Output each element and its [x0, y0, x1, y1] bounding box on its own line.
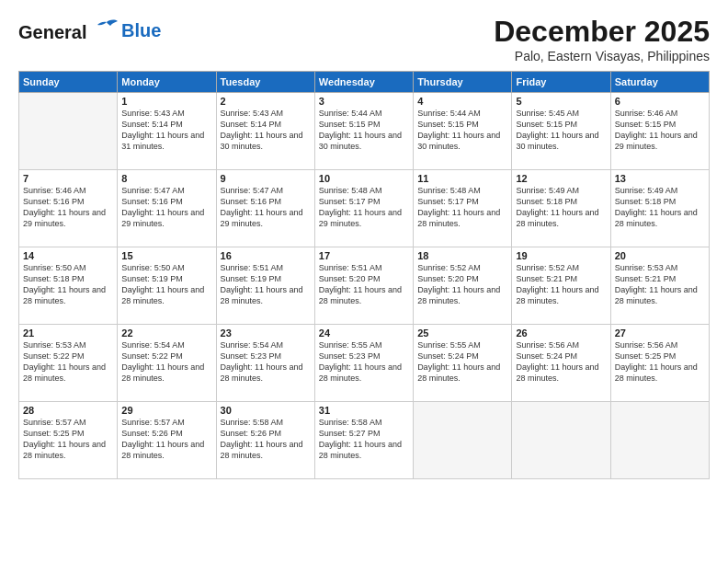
table-row: 25Sunrise: 5:55 AMSunset: 5:24 PMDayligh…: [414, 325, 512, 402]
table-row: 14Sunrise: 5:50 AMSunset: 5:18 PMDayligh…: [19, 247, 118, 325]
day-info: Sunrise: 5:44 AMSunset: 5:15 PMDaylight:…: [417, 108, 507, 153]
day-number: 23: [221, 327, 311, 339]
col-wednesday: Wednesday: [314, 72, 413, 93]
table-row: [414, 402, 512, 479]
header: General Blue December 2025 Palo, Eastern…: [18, 15, 710, 63]
table-row: 29Sunrise: 5:57 AMSunset: 5:26 PMDayligh…: [118, 402, 216, 479]
day-info: Sunrise: 5:44 AMSunset: 5:15 PMDaylight:…: [319, 108, 409, 153]
col-thursday: Thursday: [414, 72, 512, 93]
logo-blue: Blue: [121, 20, 161, 40]
table-row: 4Sunrise: 5:44 AMSunset: 5:15 PMDaylight…: [414, 93, 512, 170]
calendar-table: Sunday Monday Tuesday Wednesday Thursday…: [18, 71, 710, 479]
day-info: Sunrise: 5:49 AMSunset: 5:18 PMDaylight:…: [516, 185, 606, 230]
day-number: 2: [221, 96, 311, 107]
table-row: 7Sunrise: 5:46 AMSunset: 5:16 PMDaylight…: [19, 170, 118, 247]
col-monday: Monday: [118, 72, 216, 93]
col-sunday: Sunday: [19, 72, 118, 93]
col-tuesday: Tuesday: [216, 72, 314, 93]
day-number: 10: [319, 173, 409, 184]
col-friday: Friday: [512, 72, 610, 93]
day-info: Sunrise: 5:51 AMSunset: 5:19 PMDaylight:…: [221, 262, 311, 307]
table-row: 20Sunrise: 5:53 AMSunset: 5:21 PMDayligh…: [610, 247, 709, 325]
day-number: 11: [417, 173, 507, 184]
day-number: 1: [121, 96, 211, 107]
table-row: 26Sunrise: 5:56 AMSunset: 5:24 PMDayligh…: [512, 325, 610, 402]
table-row: 8Sunrise: 5:47 AMSunset: 5:16 PMDaylight…: [118, 170, 216, 247]
day-info: Sunrise: 5:55 AMSunset: 5:23 PMDaylight:…: [319, 339, 409, 385]
table-row: 6Sunrise: 5:46 AMSunset: 5:15 PMDaylight…: [610, 93, 709, 170]
table-row: 31Sunrise: 5:58 AMSunset: 5:27 PMDayligh…: [314, 402, 413, 479]
table-row: 24Sunrise: 5:55 AMSunset: 5:23 PMDayligh…: [314, 325, 413, 402]
day-number: 22: [121, 327, 211, 339]
table-row: 23Sunrise: 5:54 AMSunset: 5:23 PMDayligh…: [216, 325, 314, 402]
day-number: 6: [615, 96, 705, 107]
day-info: Sunrise: 5:56 AMSunset: 5:25 PMDaylight:…: [615, 339, 705, 385]
day-info: Sunrise: 5:43 AMSunset: 5:14 PMDaylight:…: [221, 108, 311, 153]
col-saturday: Saturday: [610, 72, 709, 93]
logo: General Blue: [18, 18, 161, 42]
day-info: Sunrise: 5:57 AMSunset: 5:26 PMDaylight:…: [121, 417, 211, 462]
day-number: 8: [121, 173, 211, 184]
day-number: 12: [516, 173, 606, 184]
table-row: 18Sunrise: 5:52 AMSunset: 5:20 PMDayligh…: [414, 247, 512, 325]
day-number: 19: [516, 250, 606, 261]
day-info: Sunrise: 5:53 AMSunset: 5:22 PMDaylight:…: [23, 339, 113, 385]
table-row: 2Sunrise: 5:43 AMSunset: 5:14 PMDaylight…: [216, 93, 314, 170]
day-info: Sunrise: 5:56 AMSunset: 5:24 PMDaylight:…: [516, 339, 606, 385]
day-info: Sunrise: 5:54 AMSunset: 5:22 PMDaylight:…: [121, 339, 211, 385]
day-info: Sunrise: 5:43 AMSunset: 5:14 PMDaylight:…: [121, 108, 211, 153]
table-row: [19, 93, 118, 170]
table-row: 9Sunrise: 5:47 AMSunset: 5:16 PMDaylight…: [216, 170, 314, 247]
day-info: Sunrise: 5:45 AMSunset: 5:15 PMDaylight:…: [516, 108, 606, 153]
table-row: 15Sunrise: 5:50 AMSunset: 5:19 PMDayligh…: [118, 247, 216, 325]
day-info: Sunrise: 5:53 AMSunset: 5:21 PMDaylight:…: [615, 262, 705, 307]
location: Palo, Eastern Visayas, Philippines: [494, 49, 710, 63]
table-row: [512, 402, 610, 479]
table-row: 28Sunrise: 5:57 AMSunset: 5:25 PMDayligh…: [19, 402, 118, 479]
day-info: Sunrise: 5:49 AMSunset: 5:18 PMDaylight:…: [615, 185, 705, 230]
calendar-week-row: 21Sunrise: 5:53 AMSunset: 5:22 PMDayligh…: [19, 325, 710, 402]
day-info: Sunrise: 5:58 AMSunset: 5:27 PMDaylight:…: [319, 417, 409, 462]
table-row: 17Sunrise: 5:51 AMSunset: 5:20 PMDayligh…: [314, 247, 413, 325]
day-number: 15: [121, 250, 211, 261]
day-number: 4: [417, 96, 507, 107]
table-row: 22Sunrise: 5:54 AMSunset: 5:22 PMDayligh…: [118, 325, 216, 402]
day-number: 5: [516, 96, 606, 107]
day-number: 20: [615, 250, 705, 261]
day-info: Sunrise: 5:52 AMSunset: 5:21 PMDaylight:…: [516, 262, 606, 307]
day-info: Sunrise: 5:50 AMSunset: 5:18 PMDaylight:…: [23, 262, 113, 307]
day-info: Sunrise: 5:48 AMSunset: 5:17 PMDaylight:…: [319, 185, 409, 230]
day-number: 31: [319, 405, 409, 416]
day-info: Sunrise: 5:50 AMSunset: 5:19 PMDaylight:…: [121, 262, 211, 307]
table-row: 11Sunrise: 5:48 AMSunset: 5:17 PMDayligh…: [414, 170, 512, 247]
day-number: 9: [221, 173, 311, 184]
calendar-week-row: 7Sunrise: 5:46 AMSunset: 5:16 PMDaylight…: [19, 170, 710, 247]
day-info: Sunrise: 5:57 AMSunset: 5:25 PMDaylight:…: [23, 417, 113, 462]
day-number: 26: [516, 327, 606, 339]
table-row: 21Sunrise: 5:53 AMSunset: 5:22 PMDayligh…: [19, 325, 118, 402]
table-row: 16Sunrise: 5:51 AMSunset: 5:19 PMDayligh…: [216, 247, 314, 325]
table-row: 1Sunrise: 5:43 AMSunset: 5:14 PMDaylight…: [118, 93, 216, 170]
table-row: 19Sunrise: 5:52 AMSunset: 5:21 PMDayligh…: [512, 247, 610, 325]
table-row: 27Sunrise: 5:56 AMSunset: 5:25 PMDayligh…: [610, 325, 709, 402]
table-row: 3Sunrise: 5:44 AMSunset: 5:15 PMDaylight…: [314, 93, 413, 170]
month-title: December 2025: [494, 15, 710, 49]
day-number: 13: [615, 173, 705, 184]
day-info: Sunrise: 5:54 AMSunset: 5:23 PMDaylight:…: [221, 339, 311, 385]
day-number: 29: [121, 405, 211, 416]
table-row: 30Sunrise: 5:58 AMSunset: 5:26 PMDayligh…: [216, 402, 314, 479]
calendar-week-row: 28Sunrise: 5:57 AMSunset: 5:25 PMDayligh…: [19, 402, 710, 479]
day-info: Sunrise: 5:51 AMSunset: 5:20 PMDaylight:…: [319, 262, 409, 307]
day-number: 17: [319, 250, 409, 261]
day-number: 7: [23, 173, 113, 184]
table-row: 5Sunrise: 5:45 AMSunset: 5:15 PMDaylight…: [512, 93, 610, 170]
calendar-week-row: 1Sunrise: 5:43 AMSunset: 5:14 PMDaylight…: [19, 93, 710, 170]
table-row: 13Sunrise: 5:49 AMSunset: 5:18 PMDayligh…: [610, 170, 709, 247]
logo-general: General: [18, 22, 86, 42]
calendar-header-row: Sunday Monday Tuesday Wednesday Thursday…: [19, 72, 710, 93]
day-number: 24: [319, 327, 409, 339]
day-number: 21: [23, 327, 113, 339]
day-info: Sunrise: 5:48 AMSunset: 5:17 PMDaylight:…: [417, 185, 507, 230]
day-number: 28: [23, 405, 113, 416]
day-number: 18: [417, 250, 507, 261]
